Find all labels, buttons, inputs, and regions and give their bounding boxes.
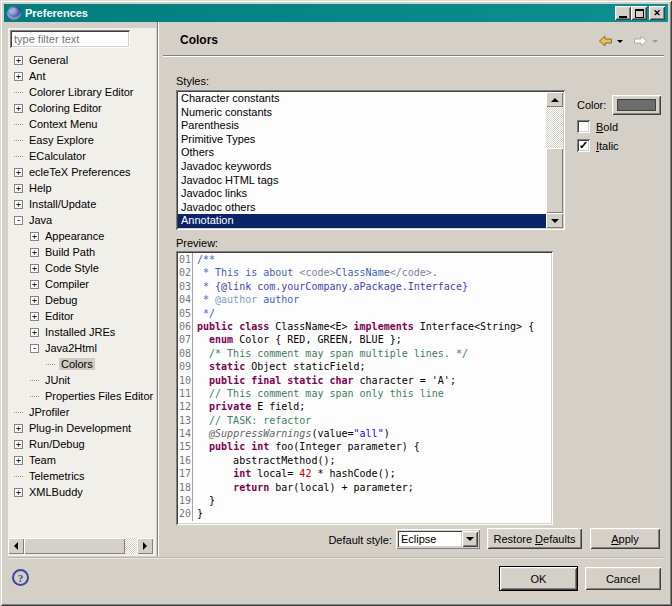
expand-icon[interactable]: + [30,296,39,305]
tree-item-plug-in-development[interactable]: +Plug-in Development [8,420,156,436]
tree-item-team[interactable]: +Team [8,452,156,468]
panel-sash[interactable] [157,22,159,556]
style-item-character-constants[interactable]: Character constants [178,92,546,106]
preferences-dialog: Preferences ✕ +General+AntColorer Librar… [0,0,672,606]
style-item-javadoc-keywords[interactable]: Javadoc keywords [178,160,546,174]
tree-item-colorer-library-editor[interactable]: Colorer Library Editor [8,84,156,100]
scroll-right-button[interactable] [137,538,153,554]
style-item-numeric-constants[interactable]: Numeric constants [178,106,546,120]
expand-icon[interactable]: + [14,424,23,433]
color-label: Color: [577,99,606,111]
collapse-icon[interactable]: - [30,344,39,353]
tree-item-compiler[interactable]: +Compiler [8,276,156,292]
close-button[interactable]: ✕ [649,6,665,20]
back-history-dropdown-icon[interactable] [617,40,623,43]
code-line: 20} [178,507,551,520]
titlebar[interactable]: Preferences ✕ [4,4,668,22]
preview-box: 01/**02 * This is about <code>ClassName<… [176,251,553,525]
expand-icon[interactable]: + [14,488,23,497]
expand-icon[interactable]: + [14,200,23,209]
tree-item-editor[interactable]: +Editor [8,308,156,324]
forward-icon[interactable] [632,33,649,49]
style-item-javadoc-others[interactable]: Javadoc others [178,201,546,215]
ok-button[interactable]: OK [500,567,577,590]
combo-dropdown-button[interactable] [462,531,478,547]
tree-item-label: General [27,54,70,66]
tree-item-ant[interactable]: +Ant [8,68,156,84]
filter-input[interactable] [10,30,130,48]
scroll-up-button[interactable] [546,92,563,107]
arrow-left-icon [14,542,18,550]
code-line: 09 static Object staticField; [178,360,551,373]
expand-icon[interactable]: + [30,280,39,289]
tree-item-installed-jres[interactable]: +Installed JREs [8,324,156,340]
restore-defaults-button[interactable]: Restore Defaults [487,528,582,549]
tree-item-context-menu[interactable]: Context Menu [8,116,156,132]
expand-icon[interactable]: + [14,184,23,193]
back-icon[interactable] [597,33,614,49]
bold-checkbox[interactable] [577,120,590,133]
minimize-button[interactable] [615,6,631,20]
style-item-others[interactable]: Others [178,146,546,160]
tree-item-general[interactable]: +General [8,52,156,68]
line-number: 15 [178,440,193,453]
tree-item-junit[interactable]: JUnit [8,372,156,388]
styles-scrollbar[interactable] [546,92,563,228]
line-number: 01 [178,253,193,266]
expand-icon[interactable]: + [30,248,39,257]
tree-item-java[interactable]: -Java [8,212,156,228]
style-item-primitive-types[interactable]: Primitive Types [178,133,546,147]
italic-checkbox[interactable]: ✓ [577,139,590,152]
scrollbar-thumb[interactable] [546,148,563,213]
apply-button[interactable]: Apply [590,528,660,549]
color-swatch [617,99,656,111]
tree-item-properties-files-editor[interactable]: Properties Files Editor [8,388,156,404]
color-swatch-button[interactable] [612,95,661,115]
tree-item-ecletex-preferences[interactable]: +ecleTeX Preferences [8,164,156,180]
scroll-left-button[interactable] [8,538,24,554]
tree-item-build-path[interactable]: +Build Path [8,244,156,260]
tree-item-jprofiler[interactable]: JProfiler [8,404,156,420]
cancel-button[interactable]: Cancel [585,567,661,590]
default-style-combo[interactable]: Eclipse [396,529,480,549]
style-item-annotation[interactable]: Annotation [178,214,546,228]
scroll-down-button[interactable] [546,213,563,228]
tree-item-coloring-editor[interactable]: +Coloring Editor [8,100,156,116]
style-item-parenthesis[interactable]: Parenthesis [178,119,546,133]
expand-icon[interactable]: + [30,312,39,321]
tree-item-install-update[interactable]: +Install/Update [8,196,156,212]
style-item-javadoc-links[interactable]: Javadoc links [178,187,546,201]
expand-icon[interactable]: + [14,104,23,113]
expand-icon[interactable]: + [14,72,23,81]
tree-item-ecalculator[interactable]: ECalculator [8,148,156,164]
tree-item-colors[interactable]: Colors [8,356,156,372]
tree-item-easy-explore[interactable]: Easy Explore [8,132,156,148]
tree-connector [14,412,23,413]
tree-item-help[interactable]: +Help [8,180,156,196]
expand-icon[interactable]: + [14,56,23,65]
tree-item-xmlbuddy[interactable]: +XMLBuddy [8,484,156,500]
expand-icon[interactable]: + [14,168,23,177]
style-item-javadoc-html-tags[interactable]: Javadoc HTML tags [178,174,546,188]
tree-item-label: Plug-in Development [27,422,133,434]
maximize-button[interactable] [631,6,647,20]
expand-icon[interactable]: + [14,440,23,449]
tree-item-run-debug[interactable]: +Run/Debug [8,436,156,452]
tree-item-telemetrics[interactable]: Telemetrics [8,468,156,484]
collapse-icon[interactable]: - [14,216,23,225]
expand-icon[interactable]: + [30,264,39,273]
tree-horizontal-scrollbar[interactable] [8,538,153,554]
tree-item-label: Code Style [43,262,101,274]
expand-icon[interactable]: + [30,232,39,241]
tree-item-label: Java2Html [43,342,99,354]
tree-item-java2html[interactable]: -Java2Html [8,340,156,356]
scrollbar-thumb[interactable] [24,538,125,554]
expand-icon[interactable]: + [30,328,39,337]
tree-item-appearance[interactable]: +Appearance [8,228,156,244]
line-number: 03 [178,280,193,293]
help-button[interactable]: ? [12,569,29,586]
expand-icon[interactable]: + [14,456,23,465]
tree-item-code-style[interactable]: +Code Style [8,260,156,276]
forward-history-dropdown-icon[interactable] [652,40,658,43]
tree-item-debug[interactable]: +Debug [8,292,156,308]
